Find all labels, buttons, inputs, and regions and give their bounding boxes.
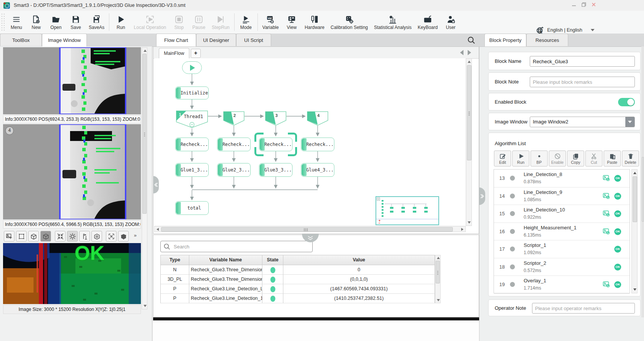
right-panel-scrollbar[interactable] (641, 46, 644, 317)
breakpoint-dot[interactable] (510, 211, 515, 216)
menu-button[interactable]: Menu (6, 11, 26, 34)
variable-search-input[interactable] (173, 243, 312, 250)
scrollbar-thumb[interactable] (633, 176, 637, 222)
scroll-down-arrow[interactable] (468, 221, 471, 224)
fit-view-tool[interactable] (106, 231, 117, 242)
canvas-vscrollbar[interactable] (466, 58, 472, 226)
scrollbar-thumb[interactable] (642, 157, 644, 222)
algorithm-item[interactable]: 13 Line_Detection_80.878ms OK (494, 170, 630, 187)
image-preview-2[interactable]: 4 (3, 124, 141, 219)
run-button[interactable]: Run (111, 11, 131, 34)
toolbar-grip[interactable] (1, 13, 6, 31)
scroll-down-arrow[interactable] (633, 288, 636, 291)
algo-delete-button[interactable]: Delete (622, 150, 639, 166)
cube-3d-tool[interactable] (118, 231, 129, 242)
algo-enable-button[interactable]: Enable (549, 150, 566, 166)
tab-flow-chart[interactable]: Flow Chart (156, 34, 196, 46)
render-sphere-tool[interactable] (91, 231, 102, 242)
flow-node-glue2[interactable]: Glue2_3... (217, 163, 251, 177)
scroll-up-arrow[interactable] (468, 61, 471, 63)
left-panel-scrollbar[interactable] (142, 47, 147, 309)
language-selector[interactable]: A English | English (536, 26, 594, 34)
image-preview-3[interactable]: OK (3, 243, 141, 304)
flow-node-glue3[interactable]: Glue3_3... (259, 163, 292, 177)
scrollbar-thumb[interactable] (436, 261, 440, 283)
add-flow-tab-button[interactable]: + (191, 49, 201, 58)
flow-node-recheck-4[interactable]: Recheck... (301, 138, 334, 151)
breakpoint-dot[interactable] (510, 247, 515, 251)
algo-edit-button[interactable]: Edit (494, 150, 511, 166)
view-button[interactable]: View (282, 11, 302, 34)
algo-run-button[interactable]: Run (512, 150, 529, 166)
open-button[interactable]: Open (46, 11, 66, 34)
tab-toolbox[interactable]: ToolBox (0, 34, 42, 46)
result-image-icon[interactable] (603, 193, 610, 199)
enabled-block-toggle[interactable] (618, 98, 635, 106)
block-name-input[interactable] (530, 56, 635, 67)
flow-node-glue4[interactable]: Glue4_3... (301, 163, 334, 177)
image-preview-1[interactable] (3, 47, 141, 114)
flow-minimap[interactable] (376, 196, 439, 225)
flow-node-recheck-3-selected[interactable]: Recheck... (259, 138, 292, 151)
scrollbar-thumb[interactable] (161, 227, 453, 232)
table-scrollbar[interactable] (435, 255, 441, 303)
algo-paste-button[interactable]: Paste (604, 150, 621, 166)
algo-breakpoint-button[interactable]: BP (531, 150, 548, 166)
table-row[interactable]: PRecheck_Glue3.Line_Detection_1.mi...(14… (161, 294, 435, 303)
col-header-variable-name[interactable]: Variable Name (189, 255, 262, 265)
scroll-up-arrow[interactable] (437, 257, 440, 259)
stop-button[interactable]: Stop (169, 11, 189, 34)
algorithm-item[interactable]: 14 Line_Detection_91.085ms OK (494, 187, 630, 205)
table-row[interactable]: PRecheck_Glue3.Line_Detection_L.mi...(14… (161, 284, 435, 294)
tab-ui-designer[interactable]: UI Designer (196, 34, 236, 46)
close-button[interactable] (591, 2, 596, 7)
algorithm-item[interactable]: 18 Scriptor_20.572ms OK (494, 258, 630, 276)
algo-copy-button[interactable]: Copy (567, 150, 584, 166)
algorithm-item[interactable]: 19 Overlay_11.714ms OK (494, 276, 630, 294)
algo-cut-button[interactable]: Cut (585, 150, 602, 166)
calibration-setting-button[interactable]: Calibration Setting (328, 11, 371, 34)
flow-canvas[interactable]: Initialize 1 Thread1 2 3 (154, 58, 466, 226)
new-button[interactable]: New (26, 11, 46, 34)
flow-node-thread3[interactable]: 3 (265, 111, 286, 126)
operator-note-input[interactable] (532, 303, 635, 314)
save-button[interactable]: Save (66, 11, 86, 34)
flow-node-recheck-2[interactable]: Recheck... (217, 138, 251, 151)
solid-cube-tool[interactable] (40, 231, 51, 242)
table-row[interactable]: 3D_PLRecheck_Glue3.Three_Dimension_I...(… (161, 275, 435, 284)
keyboard-button[interactable]: KeyBoard (415, 11, 441, 34)
statistical-analysis-button[interactable]: Statistical Analysis (371, 11, 415, 34)
wireframe-cube-tool[interactable] (28, 231, 39, 242)
block-note-input[interactable] (530, 77, 635, 87)
steprun-button[interactable]: StepRun (209, 11, 233, 34)
flow-node-thread1[interactable]: 1 Thread1 (176, 110, 208, 129)
select-image-tool[interactable] (4, 231, 14, 242)
measure-tool[interactable] (79, 231, 90, 242)
image-window-select[interactable]: Image Window2 (530, 117, 635, 127)
table-row[interactable]: NRecheck_Glue3.Three_Dimension_I...0 (161, 265, 435, 275)
scrollbar-thumb[interactable] (142, 54, 147, 214)
tab-mainflow[interactable]: MainFlow (159, 48, 189, 59)
breakpoint-dot[interactable] (510, 282, 515, 287)
flow-node-recheck-1[interactable]: Recheck... (175, 138, 209, 151)
breakpoint-dot[interactable] (510, 264, 515, 269)
scroll-right-arrow[interactable] (461, 228, 463, 231)
result-image-icon[interactable] (603, 175, 610, 181)
maximize-button[interactable] (581, 2, 586, 7)
flow-node-initialize[interactable]: Initialize (175, 86, 209, 99)
canvas-hscrollbar[interactable] (154, 226, 466, 232)
minimize-button[interactable] (571, 2, 577, 7)
scroll-left-arrow[interactable] (157, 228, 159, 231)
scroll-up-arrow[interactable] (144, 50, 147, 52)
algorithm-item[interactable]: 15 Line_Detection_100.922ms OK (494, 205, 630, 223)
flow-tab-prev-arrow[interactable] (460, 50, 463, 55)
flow-node-thread2[interactable]: 2 (223, 111, 244, 126)
col-header-state[interactable]: State (262, 255, 283, 265)
col-header-type[interactable]: Type (161, 255, 189, 265)
user-button[interactable]: User (441, 11, 460, 34)
flow-node-total[interactable]: total (175, 201, 209, 215)
saveas-button[interactable]: SaveAs (86, 11, 107, 34)
search-zoom-icon[interactable] (467, 36, 476, 45)
tab-resources[interactable]: Resources (526, 34, 568, 46)
tab-ui-script[interactable]: UI Script (236, 34, 271, 46)
